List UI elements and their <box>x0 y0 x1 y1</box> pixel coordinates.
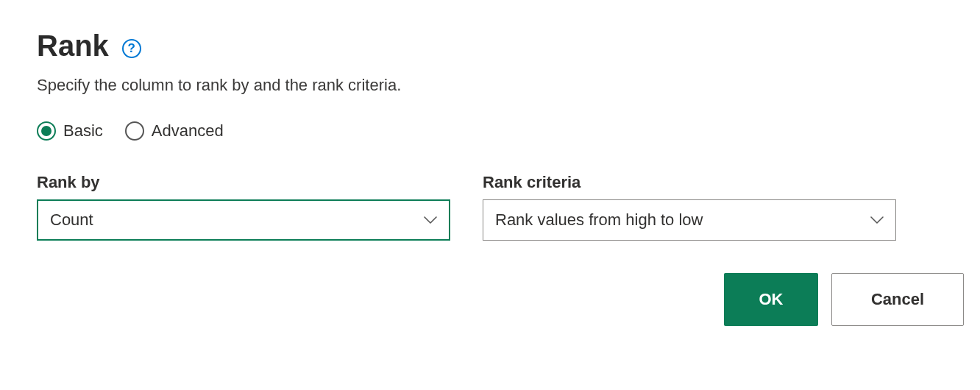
dialog-title: Rank <box>37 29 109 63</box>
mode-radio-group: Basic Advanced <box>37 121 943 141</box>
rank-by-value: Count <box>50 210 93 230</box>
chevron-down-icon <box>870 216 884 224</box>
cancel-button[interactable]: Cancel <box>831 273 964 326</box>
rank-by-field: Rank by Count <box>37 173 450 241</box>
rank-by-label: Rank by <box>37 173 450 192</box>
rank-criteria-dropdown[interactable]: Rank values from high to low <box>483 199 896 241</box>
rank-criteria-value: Rank values from high to low <box>495 210 703 230</box>
rank-by-dropdown[interactable]: Count <box>37 199 450 241</box>
radio-advanced-label: Advanced <box>152 121 224 141</box>
dialog-description: Specify the column to rank by and the ra… <box>37 76 943 95</box>
chevron-down-icon <box>424 216 437 224</box>
rank-criteria-label: Rank criteria <box>483 173 896 192</box>
ok-button[interactable]: OK <box>724 273 818 326</box>
help-icon[interactable]: ? <box>122 39 141 58</box>
radio-circle-icon <box>125 121 144 141</box>
dialog-header: Rank ? <box>37 29 943 63</box>
dialog-buttons: OK Cancel <box>724 273 943 326</box>
rank-criteria-field: Rank criteria Rank values from high to l… <box>483 173 896 241</box>
radio-circle-icon <box>37 121 56 141</box>
radio-advanced[interactable]: Advanced <box>125 121 224 141</box>
fields-row: Rank by Count Rank criteria Rank values … <box>37 173 943 241</box>
radio-basic[interactable]: Basic <box>37 121 103 141</box>
radio-basic-label: Basic <box>63 121 103 141</box>
